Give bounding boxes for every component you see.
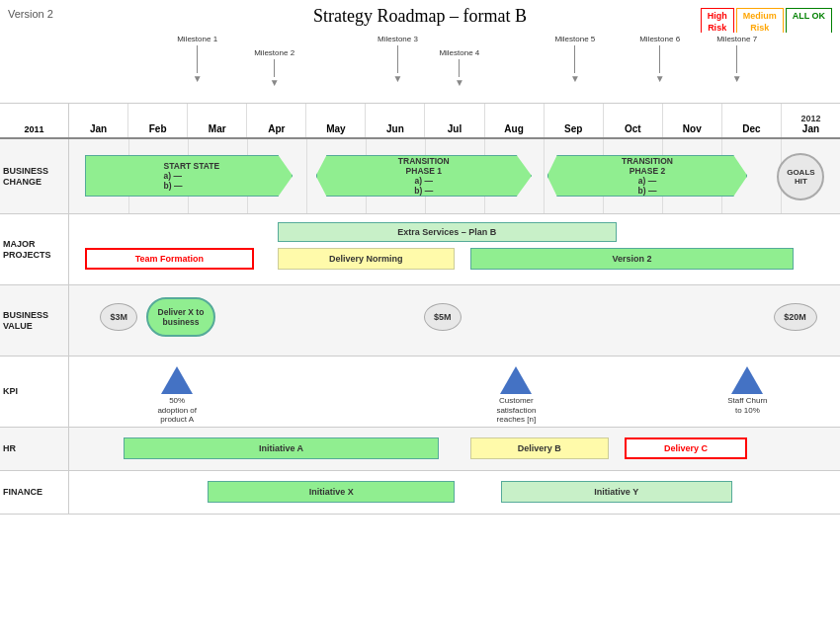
hr-label: HR: [0, 428, 69, 470]
milestone-6: Milestone 6 ▼: [639, 35, 680, 84]
business-change-content: START STATEa) —b) — TRANSITIONPHASE 1a) …: [69, 139, 840, 213]
transition2-shape: TRANSITIONPHASE 2a) —b) —: [547, 155, 748, 197]
milestone-3: Milestone 3 ▼: [378, 35, 418, 84]
business-change-row: BUSINESSCHANGE START STATEa) —b) —: [0, 139, 840, 214]
initiative-a-bar: Initiative A: [124, 437, 440, 459]
timeline-header: 2011 Jan Feb Mar Apr May Jun Jul Aug Sep…: [0, 104, 840, 139]
kpi-label-1: 50%adoption ofproduct A: [151, 396, 203, 425]
extra-services-bar: Extra Services – Plan B: [278, 222, 617, 242]
month-mar: Mar: [188, 104, 247, 137]
milestone-5: Milestone 5 ▼: [554, 35, 595, 84]
team-formation-bar: Team Formation: [85, 248, 255, 270]
month-sep: Sep: [545, 104, 604, 137]
start-state-shape: START STATEa) —b) —: [85, 155, 294, 197]
month-oct: Oct: [604, 104, 663, 137]
initiative-x-bar: Initiative X: [208, 481, 455, 503]
month-may: May: [306, 104, 366, 137]
months-row: Jan Feb Mar Apr May Jun Jul Aug Sep Oct …: [69, 104, 840, 137]
milestone-7: Milestone 7 ▼: [716, 35, 757, 84]
month-dec: Dec: [722, 104, 782, 137]
milestone-4: Milestone 4 ▼: [439, 48, 479, 88]
kpi-row: KPI 50%adoption ofproduct A Customersati…: [0, 357, 840, 428]
value-20m: $20M: [774, 303, 817, 331]
year-right-label: 2012: [782, 114, 840, 123]
value-3m: $3M: [100, 303, 137, 331]
value-5m: $5M: [424, 303, 462, 331]
month-feb: Feb: [128, 104, 188, 137]
hr-row: HR Initiative A Delivery B Delivery C: [0, 428, 840, 471]
deliver-x-oval: Deliver X tobusiness: [146, 297, 215, 337]
transition1-shape: TRANSITIONPHASE 1a) —b) —: [316, 155, 532, 197]
major-projects-content: Extra Services – Plan B Team Formation D…: [69, 214, 840, 284]
milestone-1: Milestone 1 ▼: [177, 35, 217, 84]
month-jun: Jun: [366, 104, 425, 137]
kpi-label-3: Staff Churnto 10%: [721, 396, 773, 415]
goals-hit-circle: GOALSHIT: [777, 153, 824, 200]
major-projects-row: MAJORPROJECTS Extra Services – Plan B Te…: [0, 214, 840, 285]
milestones-area: Milestone 1 ▼ Milestone 2 ▼ Milestone 3 …: [0, 33, 840, 104]
initiative-y-bar: Initiative Y: [501, 481, 732, 503]
month-jan2: 2012 Jan: [782, 104, 840, 137]
delivery-b-bar: Delivery B: [470, 437, 609, 459]
version2-bar: Version 2: [470, 248, 795, 270]
finance-label: FINANCE: [0, 471, 69, 514]
delivery-c-bar: Delivery C: [625, 437, 748, 459]
kpi-label-2: Customersatisfactionreaches [n]: [486, 396, 546, 425]
business-value-label: BUSINESSVALUE: [0, 285, 69, 356]
month-nov: Nov: [663, 104, 722, 137]
business-change-label: BUSINESSCHANGE: [0, 139, 69, 213]
header: Version 2 Strategy Roadmap – format B Hi…: [0, 0, 840, 33]
month-jul: Jul: [425, 104, 484, 137]
kpi-content: 50%adoption ofproduct A Customersatisfac…: [69, 357, 840, 427]
milestone-2: Milestone 2 ▼: [254, 48, 294, 88]
month-jan: Jan: [69, 104, 128, 137]
month-aug: Aug: [485, 104, 545, 137]
hr-content: Initiative A Delivery B Delivery C: [69, 428, 840, 470]
business-value-content: $3M Deliver X tobusiness $5M $20M: [69, 285, 840, 356]
finance-content: Initiative X Initiative Y: [69, 471, 840, 514]
finance-row: FINANCE Initiative X Initiative Y: [0, 471, 840, 515]
business-value-row: BUSINESSVALUE $3M Deliver X tobusiness $…: [0, 285, 840, 357]
major-projects-label: MAJORPROJECTS: [0, 214, 69, 284]
kpi-label: KPI: [0, 357, 69, 427]
year-left-label: 2011: [24, 124, 43, 134]
version-label: Version 2: [8, 8, 53, 20]
page: Version 2 Strategy Roadmap – format B Hi…: [0, 0, 840, 635]
month-apr: Apr: [247, 104, 306, 137]
delivery-norming-bar: Delivery Norming: [278, 248, 455, 270]
content-area: BUSINESSCHANGE START STATEa) —b) —: [0, 139, 840, 635]
